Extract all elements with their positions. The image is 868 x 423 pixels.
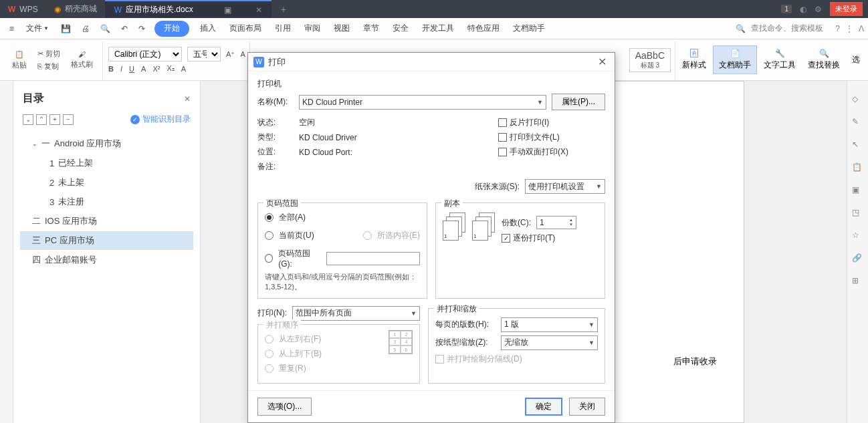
skin-icon[interactable]: ◐ (800, 5, 806, 14)
menu-dochelper[interactable]: 文档助手 (506, 18, 552, 39)
smart-outline-link[interactable]: ✓ 智能识别目录 (130, 114, 191, 125)
cut-button[interactable]: ✂ 剪切 (37, 49, 60, 59)
copy-button[interactable]: ⎘ 复制 (37, 61, 60, 72)
menu-layout[interactable]: 页面布局 (223, 18, 268, 39)
tab-close-icon[interactable]: ✕ (255, 5, 262, 15)
outline-item-ios[interactable]: 二 IOS 应用市场 (20, 212, 193, 231)
collapse-ribbon-icon[interactable]: ᐱ (859, 24, 864, 33)
print-what-select[interactable]: 范围中所有页面 ▼ (292, 306, 420, 321)
font-size-select[interactable]: 五号 (187, 47, 221, 61)
help-icon[interactable]: ? (835, 24, 840, 33)
reverse-print-checkbox[interactable]: 反片打印(I) (498, 117, 605, 128)
search-hint[interactable]: 查找命令、搜索模板 (751, 23, 823, 34)
rail-diamond-icon[interactable]: ◇ (852, 94, 864, 106)
manual-duplex-checkbox[interactable]: 手动双面打印(X) (498, 146, 605, 158)
collate-checkbox[interactable]: ✓逐份打印(T) (502, 233, 598, 244)
rail-shape-icon[interactable]: ◳ (852, 208, 864, 220)
outline-collapse-button[interactable]: ⌄ (23, 114, 33, 125)
range-pages-input[interactable] (326, 252, 420, 265)
tab-add-button[interactable]: + (272, 4, 296, 15)
italic-button[interactable]: I (120, 65, 122, 73)
rail-clipboard-icon[interactable]: 📋 (852, 162, 864, 174)
window-restore-icon[interactable]: ▣ (224, 5, 231, 15)
paste-button[interactable]: 📋 粘贴 (7, 47, 32, 73)
printer-name-select[interactable]: KD Cloud Printer ▼ (299, 95, 546, 110)
menu-insert[interactable]: 插入 (193, 18, 223, 39)
tab-store[interactable]: ◉ 稻壳商城 (46, 0, 105, 18)
options-button[interactable]: 选项(O)... (257, 398, 312, 416)
qat-save-icon[interactable]: 💾 (56, 21, 76, 36)
text-tools-button[interactable]: 🔧 文字工具 (758, 46, 801, 74)
outline-expand-button[interactable]: ⌃ (36, 114, 47, 125)
underline-button[interactable]: U (129, 65, 134, 73)
rail-cursor-icon[interactable]: ↖ (852, 140, 864, 152)
rail-star-icon[interactable]: ☆ (852, 231, 864, 243)
rail-link-icon[interactable]: 🔗 (852, 253, 864, 265)
menu-review[interactable]: 审阅 (298, 18, 327, 39)
grow-font-icon[interactable]: A⁺ (226, 50, 235, 59)
tab-document[interactable]: W 应用市场相关.docx ▣ ✕ (105, 0, 272, 18)
pages-per-sheet-select[interactable]: 1 版▼ (501, 317, 598, 332)
printer-properties-button[interactable]: 属性(P)... (552, 94, 605, 110)
smart-dot-icon: ✓ (130, 115, 140, 124)
strike-button[interactable]: A (141, 65, 146, 73)
range-current-radio[interactable]: 当前页(U) (265, 230, 358, 241)
qat-print-icon[interactable]: 🖨 (76, 21, 95, 36)
outline-minus-button[interactable]: − (63, 114, 74, 125)
menu-view[interactable]: 视图 (327, 18, 356, 39)
new-style-button[interactable]: 🄰 新样式 (677, 46, 712, 74)
outline-item-unregistered[interactable]: 3 未注册 (20, 192, 193, 211)
font-color-button[interactable]: A (181, 65, 186, 73)
close-button[interactable]: 关闭 (569, 398, 605, 416)
subscript-button[interactable]: X₂ (167, 64, 174, 73)
outline-plus-button[interactable]: + (49, 114, 60, 125)
superscript-button[interactable]: X² (152, 65, 160, 73)
doc-body-text: 后申请收录 (673, 356, 717, 368)
rail-graph-icon[interactable]: ⊞ (852, 276, 864, 288)
more-icon[interactable]: ⋮ (845, 24, 853, 33)
bold-button[interactable]: B (108, 65, 114, 73)
menu-special[interactable]: 特色应用 (461, 18, 506, 39)
find-replace-button[interactable]: 🔍 查找替换 (802, 46, 845, 74)
shrink-font-icon[interactable]: A (240, 50, 245, 58)
outline-item-email[interactable]: 四 企业邮箱账号 (20, 251, 193, 269)
range-all-radio[interactable]: 全部(A) (265, 212, 420, 223)
menu-file[interactable]: 文件 ▼ (19, 18, 56, 39)
search-icon[interactable]: 🔍 (736, 24, 746, 33)
outline-item-published[interactable]: 1 已经上架 (20, 154, 193, 172)
ok-button[interactable]: 确定 (525, 398, 562, 416)
paste-icon: 📋 (15, 50, 24, 59)
tab-wps[interactable]: W WPS (0, 0, 46, 18)
print-to-file-checkbox[interactable]: 打印到文件(L) (498, 132, 605, 143)
menu-devtools[interactable]: 开发工具 (415, 18, 461, 39)
gear-icon[interactable]: ⚙ (815, 5, 822, 14)
menu-start[interactable]: 开始 (154, 21, 189, 37)
menu-section[interactable]: 章节 (356, 18, 386, 39)
print-what-label: 打印(N): (257, 307, 287, 319)
menu-security[interactable]: 安全 (386, 18, 415, 39)
scale-select[interactable]: 无缩放▼ (501, 335, 598, 350)
dialog-close-button[interactable]: ✕ (595, 55, 609, 68)
rail-box-icon[interactable]: ▣ (852, 185, 864, 197)
outline-item-android[interactable]: ⌄ 一 Android 应用市场 (20, 134, 193, 153)
notification-badge[interactable]: 1 (781, 5, 792, 13)
doc-helper-button[interactable]: 📄 文档助手 (713, 45, 757, 74)
qat-undo-icon[interactable]: ↶ (116, 21, 133, 36)
copies-spinner[interactable]: 1▲▼ (536, 216, 576, 229)
copy-icon: ⎘ (37, 62, 42, 70)
font-name-select[interactable]: Calibri (正文) (108, 47, 182, 61)
qat-preview-icon[interactable]: 🔍 (95, 21, 116, 36)
paper-source-select[interactable]: 使用打印机设置 ▼ (525, 179, 605, 194)
select-button[interactable]: 选 (847, 51, 865, 68)
style-preview[interactable]: AaBbC 标题 3 (629, 48, 671, 72)
login-button[interactable]: 未登录 (830, 2, 863, 16)
range-pages-radio[interactable]: 页码范围(G): (265, 248, 420, 269)
format-brush-button[interactable]: 🖌 格式刷 (66, 47, 98, 72)
outline-close-icon[interactable]: ✕ (184, 94, 191, 104)
menu-collapse-icon[interactable]: ≡ (4, 21, 19, 36)
rail-pencil-icon[interactable]: ✎ (852, 117, 864, 129)
qat-redo-icon[interactable]: ↷ (133, 21, 150, 36)
menu-reference[interactable]: 引用 (268, 18, 298, 39)
outline-item-unpublished[interactable]: 2 未上架 (20, 173, 193, 192)
outline-item-pc[interactable]: 三 PC 应用市场 (20, 231, 193, 250)
